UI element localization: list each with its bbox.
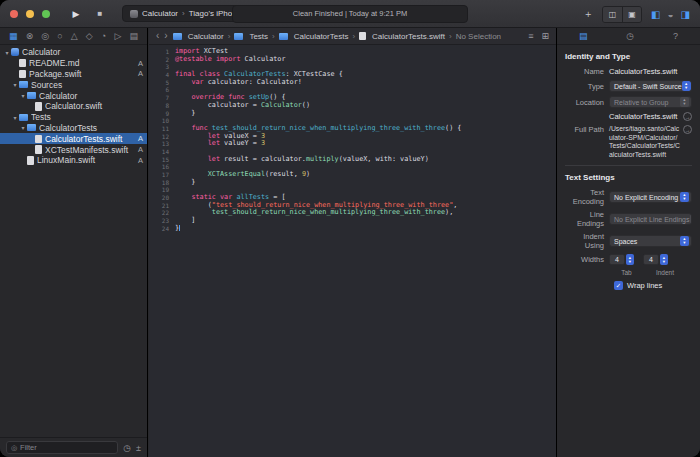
open-location-arrow-icon[interactable]: → bbox=[683, 112, 692, 121]
test-navigator-icon[interactable]: ◇ bbox=[86, 32, 93, 41]
line-number[interactable]: 17 bbox=[149, 171, 175, 179]
run-button[interactable]: ▶ bbox=[66, 6, 86, 22]
stop-button[interactable]: ■ bbox=[90, 6, 110, 22]
code-line[interactable]: 8 calculator = Calculator() bbox=[149, 102, 556, 110]
symbol-navigator-icon[interactable]: ◎ bbox=[41, 32, 49, 41]
add-editor-icon[interactable]: ⊞ bbox=[541, 31, 549, 41]
history-inspector-tab[interactable]: ◷ bbox=[626, 31, 634, 41]
adjust-editor-icon[interactable]: ≡ bbox=[528, 31, 533, 41]
text-encoding-popup[interactable]: No Explicit Encoding ▴ ▾ bbox=[609, 191, 692, 203]
line-number[interactable]: 10 bbox=[149, 117, 175, 125]
code-line[interactable]: 22 test_should_return_nice_when_multiply… bbox=[149, 209, 556, 217]
issue-navigator-icon[interactable]: △ bbox=[71, 32, 78, 41]
jumpbar-crumb[interactable]: Tests bbox=[234, 32, 268, 41]
line-number[interactable]: 7 bbox=[149, 94, 175, 102]
breakpoint-navigator-icon[interactable]: ▷ bbox=[114, 32, 121, 41]
code-line[interactable]: 13 let valueY = 3 bbox=[149, 140, 556, 148]
line-number[interactable]: 12 bbox=[149, 133, 175, 141]
navigator-row[interactable]: LinuxMain.swiftA bbox=[0, 155, 147, 166]
navigator-row[interactable]: XCTestManifests.swiftA bbox=[0, 144, 147, 155]
code-line[interactable]: 18 } bbox=[149, 179, 556, 187]
navigator-row[interactable]: ▾CalculatorTests bbox=[0, 123, 147, 134]
line-number[interactable]: 15 bbox=[149, 156, 175, 164]
line-endings-popup[interactable]: No Explicit Line Endings ▴ ▾ bbox=[609, 213, 692, 225]
disclosure-triangle-icon[interactable]: ▾ bbox=[11, 114, 19, 121]
report-navigator-icon[interactable]: ▤ bbox=[129, 32, 138, 41]
line-number[interactable]: 4 bbox=[149, 71, 175, 79]
jumpbar-crumb[interactable]: CalculatorTests bbox=[279, 32, 349, 41]
code-line[interactable]: 5 var calculator: Calculator! bbox=[149, 79, 556, 87]
disclosure-triangle-icon[interactable]: ▾ bbox=[3, 49, 11, 56]
line-number[interactable]: 19 bbox=[149, 186, 175, 194]
stepper-arrows-icon[interactable]: ▴ ▾ bbox=[660, 254, 668, 265]
code-line[interactable]: 24} bbox=[149, 225, 556, 233]
code-line[interactable]: 17 XCTAssertEqual(result, 9) bbox=[149, 171, 556, 179]
source-control-navigator-icon[interactable]: ⊗ bbox=[26, 32, 34, 41]
line-number[interactable]: 2 bbox=[149, 56, 175, 64]
scheme-name[interactable]: Calculator bbox=[142, 9, 178, 18]
tab-width-stepper[interactable]: 4 ▴ ▾ bbox=[609, 254, 634, 265]
line-number[interactable]: 22 bbox=[149, 209, 175, 217]
activity-viewer[interactable]: Clean Finished | Today at 9:21 PM bbox=[232, 5, 468, 23]
indent-using-popup[interactable]: Spaces ▴ ▾ bbox=[609, 235, 692, 247]
editor-split-button[interactable]: ◫ bbox=[603, 7, 622, 22]
toggle-navigator-button[interactable]: ◧ bbox=[651, 9, 660, 20]
line-number[interactable]: 16 bbox=[149, 163, 175, 171]
location-popup[interactable]: Relative to Group ▴ ▾ bbox=[609, 96, 692, 108]
back-button[interactable]: ‹ bbox=[156, 31, 159, 41]
code-line[interactable]: 2@testable import Calculator bbox=[149, 56, 556, 64]
indent-width-stepper[interactable]: 4 ▴ ▾ bbox=[643, 254, 668, 265]
type-popup[interactable]: Default - Swift Source ▴ ▾ bbox=[609, 80, 692, 92]
line-number[interactable]: 8 bbox=[149, 102, 175, 110]
jumpbar-crumb[interactable]: CalculatorTests.swift bbox=[359, 32, 445, 41]
scm-status-filter-icon[interactable]: ± bbox=[136, 443, 141, 453]
jumpbar-crumb[interactable]: No Selection bbox=[456, 32, 501, 41]
debug-navigator-icon[interactable]: ◔ bbox=[101, 32, 106, 41]
wrap-lines-checkbox[interactable]: ✓ bbox=[614, 281, 623, 290]
stepper-arrows-icon[interactable]: ▴ ▾ bbox=[626, 254, 634, 265]
disclosure-triangle-icon[interactable]: ▾ bbox=[19, 92, 27, 99]
line-number[interactable]: 5 bbox=[149, 79, 175, 87]
line-number[interactable]: 18 bbox=[149, 179, 175, 187]
code-line[interactable]: 9 } bbox=[149, 110, 556, 118]
toggle-debug-area-button[interactable]: ◒ bbox=[668, 9, 674, 20]
navigator-row[interactable]: README.mdA bbox=[0, 58, 147, 69]
line-number[interactable]: 21 bbox=[149, 202, 175, 210]
line-number[interactable]: 20 bbox=[149, 194, 175, 202]
file-inspector-tab[interactable]: ▤ bbox=[579, 31, 588, 41]
line-number[interactable]: 1 bbox=[149, 48, 175, 56]
line-number[interactable]: 14 bbox=[149, 148, 175, 156]
navigator-row[interactable]: CalculatorTests.swiftA bbox=[0, 133, 147, 144]
line-number[interactable]: 11 bbox=[149, 125, 175, 133]
code-line[interactable]: 15 let result = calculator.multiply(valu… bbox=[149, 156, 556, 164]
navigator-row[interactable]: ▾Sources bbox=[0, 79, 147, 90]
filter-input[interactable]: ◎ Filter bbox=[6, 441, 118, 454]
line-number[interactable]: 6 bbox=[149, 86, 175, 94]
line-number[interactable]: 3 bbox=[149, 63, 175, 71]
line-number[interactable]: 24 bbox=[149, 225, 175, 233]
library-plus-button[interactable]: ＋ bbox=[583, 7, 593, 21]
project-navigator-icon[interactable]: ▦ bbox=[9, 32, 18, 41]
navigator-row[interactable]: Calculator.swift bbox=[0, 101, 147, 112]
close-button[interactable] bbox=[10, 10, 18, 18]
toggle-inspector-button[interactable]: ◨ bbox=[681, 9, 690, 20]
navigator-row[interactable]: ▾Calculator bbox=[0, 47, 147, 58]
navigator-row[interactable]: Package.swiftA bbox=[0, 69, 147, 80]
find-navigator-icon[interactable]: ○ bbox=[57, 32, 62, 41]
editor-focus-button[interactable]: ▣ bbox=[622, 7, 641, 22]
quick-help-inspector-tab[interactable]: ? bbox=[673, 31, 678, 41]
scheme-selector[interactable]: Calculator › Tiago's iPhone bbox=[122, 5, 249, 22]
line-number[interactable]: 23 bbox=[149, 217, 175, 225]
line-number[interactable]: 9 bbox=[149, 110, 175, 118]
navigator-row[interactable]: ▾Calculator bbox=[0, 90, 147, 101]
disclosure-triangle-icon[interactable]: ▾ bbox=[11, 81, 19, 88]
disclosure-triangle-icon[interactable]: ▾ bbox=[19, 124, 27, 131]
minimize-button[interactable] bbox=[26, 10, 34, 18]
jumpbar-crumb[interactable]: Calculator bbox=[173, 32, 224, 41]
code-editor[interactable]: 1import XCTest2@testable import Calculat… bbox=[149, 45, 556, 457]
code-line[interactable]: 23 ] bbox=[149, 217, 556, 225]
line-number[interactable]: 13 bbox=[149, 140, 175, 148]
navigator-row[interactable]: ▾Tests bbox=[0, 112, 147, 123]
forward-button[interactable]: › bbox=[164, 31, 167, 41]
zoom-button[interactable] bbox=[42, 10, 50, 18]
